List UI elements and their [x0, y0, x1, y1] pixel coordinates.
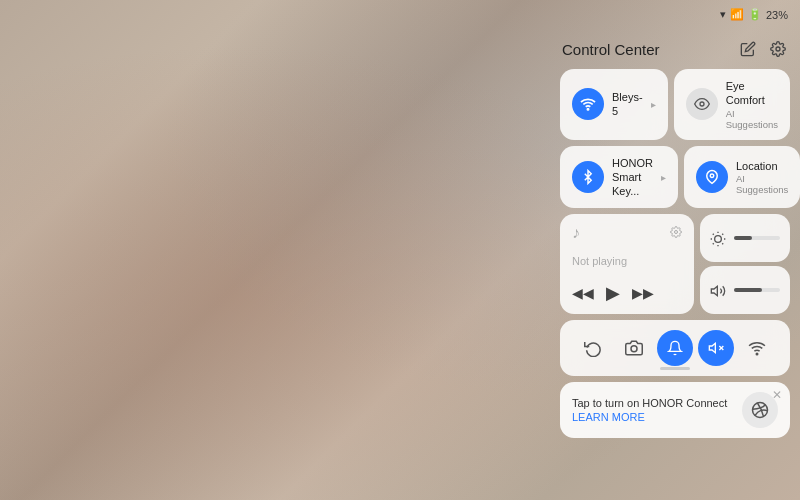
- quick-action-row: [560, 320, 790, 376]
- eye-comfort-info: Eye Comfort AI Suggestions: [726, 79, 778, 130]
- volume-icon: [710, 282, 726, 299]
- svg-point-2: [700, 102, 704, 106]
- wifi-info: Bleys-5: [612, 90, 643, 119]
- svg-point-1: [587, 109, 588, 110]
- status-bar: ▾ 📶 🔋 23%: [720, 8, 788, 21]
- svg-marker-14: [711, 286, 717, 295]
- edit-button[interactable]: [738, 39, 758, 59]
- location-info: Location AI Suggestions: [736, 159, 788, 195]
- svg-line-9: [722, 243, 723, 244]
- volume-track[interactable]: [734, 288, 780, 292]
- location-label: Location: [736, 159, 788, 173]
- prev-button[interactable]: ◀◀: [572, 285, 594, 301]
- media-settings-icon[interactable]: [670, 224, 682, 238]
- honor-banner-text: Tap to turn on HONOR Connect LEARN MORE: [572, 397, 734, 423]
- control-center-panel: Control Center: [560, 35, 790, 438]
- svg-point-19: [757, 354, 759, 356]
- bluetooth-icon-circle: [572, 161, 604, 193]
- screenshot-button[interactable]: [616, 330, 652, 366]
- media-slider-row: ♪ Not playing ◀◀ ▶ ▶▶: [560, 214, 790, 314]
- eye-icon-circle: [686, 88, 718, 120]
- eye-comfort-label: Eye Comfort: [726, 79, 778, 108]
- nfc-button[interactable]: [739, 330, 775, 366]
- brightness-fill: [734, 236, 752, 240]
- wifi-icon-circle: [572, 88, 604, 120]
- eye-comfort-tile[interactable]: Eye Comfort AI Suggestions: [674, 69, 790, 140]
- battery-percent: 23%: [766, 9, 788, 21]
- bluetooth-tile[interactable]: HONOR Smart Key... ▸: [560, 146, 678, 209]
- rotate-button[interactable]: [575, 330, 611, 366]
- control-center-title: Control Center: [562, 41, 660, 58]
- svg-point-15: [631, 346, 637, 352]
- volume-slider-tile[interactable]: [700, 266, 790, 314]
- svg-point-5: [715, 236, 722, 243]
- sliders-group: [700, 214, 790, 314]
- notification-button[interactable]: [657, 330, 693, 366]
- next-button[interactable]: ▶▶: [632, 285, 654, 301]
- media-top-bar: ♪: [572, 224, 682, 242]
- settings-button[interactable]: [768, 39, 788, 59]
- eye-comfort-sublabel: AI Suggestions: [726, 108, 778, 130]
- svg-line-8: [713, 234, 714, 235]
- location-sublabel: AI Suggestions: [736, 173, 788, 195]
- wifi-chevron: ▸: [651, 99, 656, 110]
- svg-point-4: [675, 231, 678, 234]
- location-tile[interactable]: Location AI Suggestions: [684, 146, 800, 209]
- bluetooth-info: HONOR Smart Key...: [612, 156, 653, 199]
- wifi-name: Bleys-5: [612, 90, 643, 119]
- brightness-track[interactable]: [734, 236, 780, 240]
- svg-marker-16: [709, 344, 715, 353]
- media-controls: ◀◀ ▶ ▶▶: [572, 282, 682, 304]
- wifi-status-icon: ▾: [720, 8, 726, 21]
- honor-connect-banner[interactable]: Tap to turn on HONOR Connect LEARN MORE …: [560, 382, 790, 438]
- swipe-indicator: [660, 367, 690, 370]
- media-tile: ♪ Not playing ◀◀ ▶ ▶▶: [560, 214, 694, 314]
- learn-more-button[interactable]: LEARN MORE: [572, 411, 734, 423]
- svg-point-3: [710, 174, 714, 178]
- bluetooth-chevron: ▸: [661, 172, 666, 183]
- svg-point-0: [776, 47, 780, 51]
- top-tile-row: Bleys-5 ▸ Eye Comfort AI Suggestions: [560, 69, 790, 140]
- location-icon-circle: [696, 161, 728, 193]
- not-playing-label: Not playing: [572, 255, 682, 267]
- brightness-icon: [710, 230, 726, 247]
- svg-line-13: [722, 234, 723, 235]
- control-center-header: Control Center: [560, 35, 790, 63]
- music-note-icon: ♪: [572, 224, 580, 242]
- signal-icon: 📶: [730, 8, 744, 21]
- battery-icon: 🔋: [748, 8, 762, 21]
- brightness-slider-tile[interactable]: [700, 214, 790, 262]
- bluetooth-label: HONOR Smart Key...: [612, 156, 653, 199]
- second-tile-row: HONOR Smart Key... ▸ Location AI Suggest…: [560, 146, 790, 209]
- wifi-tile[interactable]: Bleys-5 ▸: [560, 69, 668, 140]
- mute-button[interactable]: [698, 330, 734, 366]
- play-button[interactable]: ▶: [606, 282, 620, 304]
- volume-fill: [734, 288, 762, 292]
- svg-line-12: [713, 243, 714, 244]
- control-center-actions: [738, 39, 788, 59]
- honor-banner-title: Tap to turn on HONOR Connect: [572, 397, 734, 409]
- close-banner-button[interactable]: ✕: [772, 388, 782, 402]
